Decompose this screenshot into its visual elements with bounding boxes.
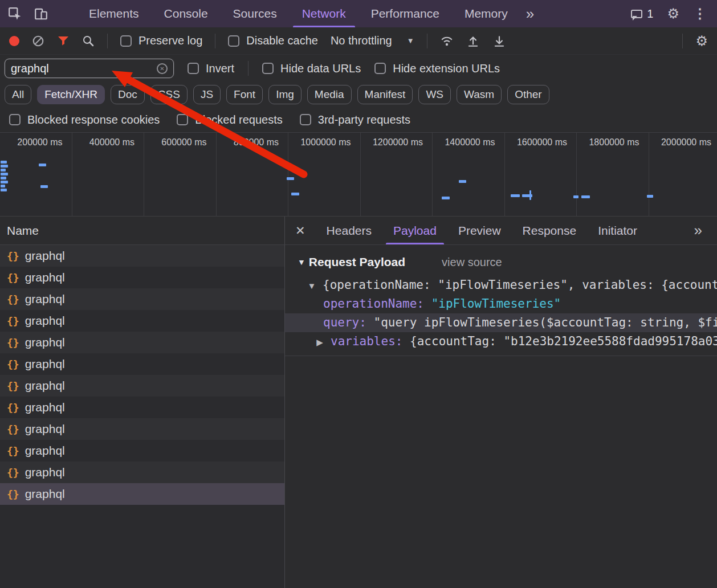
timeline-tick: 800000 ms	[217, 133, 289, 216]
filter-toggle-checkbox[interactable]: Blocked requests	[177, 113, 282, 126]
request-payload-section-header[interactable]: ▼ Request Payload view source	[285, 252, 717, 272]
chip-label: Media	[315, 88, 344, 100]
filter-toggle-checkbox[interactable]: 3rd-party requests	[300, 113, 410, 126]
details-tab[interactable]: Preview	[447, 217, 512, 244]
payload-row-operation-name[interactable]: operationName: "ipFlowTimeseries"	[285, 295, 717, 313]
request-type-chip[interactable]: Other	[507, 85, 549, 104]
request-row[interactable]: {} graphql	[0, 267, 284, 288]
request-row[interactable]: {} graphql	[0, 375, 284, 397]
import-har-button[interactable]	[466, 34, 480, 48]
timeline-tick-label: 800000 ms	[234, 137, 279, 147]
devtools-window: Elements Console Sources Network Perform…	[0, 0, 717, 588]
request-type-chip[interactable]: CSS	[150, 85, 188, 104]
request-row[interactable]: {} graphql	[0, 310, 284, 332]
request-type-chip[interactable]: Wasm	[457, 85, 502, 104]
payload-root-row[interactable]: ▼{operationName: "ipFlowTimeseries", var…	[285, 276, 717, 295]
details-tab[interactable]: Response	[512, 217, 588, 244]
json-braces-icon: {}	[7, 337, 19, 349]
tabbar-left-icons	[0, 0, 56, 27]
request-type-chip[interactable]: Manifest	[357, 85, 413, 104]
request-type-chip[interactable]: All	[5, 85, 31, 104]
inspect-element-icon[interactable]	[8, 7, 22, 21]
request-row[interactable]: {} graphql	[0, 440, 284, 462]
kebab-menu-icon[interactable]: ⋮	[693, 7, 707, 21]
details-tab[interactable]: Headers	[316, 217, 382, 244]
payload-row-query[interactable]: query: "query ipFlowTimeseries($accountT…	[285, 313, 717, 332]
request-row[interactable]: {} graphql	[0, 483, 284, 505]
waterfall-overview[interactable]: 200000 ms 400000 ms 600000 ms 800000 ms …	[0, 132, 717, 217]
record-network-log-button[interactable]	[9, 36, 19, 46]
request-row[interactable]: {} graphql	[0, 245, 284, 267]
name-column-header[interactable]: Name	[0, 217, 284, 245]
details-panel: ✕ Headers Payload Preview Response Initi…	[285, 217, 717, 588]
checkbox-box	[188, 63, 199, 74]
request-type-chip[interactable]: Font	[226, 85, 263, 104]
filter-input-wrap: ✕	[5, 59, 174, 78]
request-name: graphql	[25, 466, 65, 479]
filter-toggle-checkbox[interactable]: Blocked response cookies	[9, 113, 160, 126]
more-details-tabs-icon[interactable]: »	[679, 217, 717, 244]
clear-filter-icon[interactable]: ✕	[157, 63, 168, 74]
network-settings-gear-icon[interactable]: ⚙	[695, 34, 708, 48]
close-details-button[interactable]: ✕	[285, 217, 316, 244]
request-type-chip[interactable]: Img	[268, 85, 302, 104]
timeline-tick: 1400000 ms	[433, 133, 505, 216]
disable-cache-checkbox[interactable]: Disable cache	[228, 34, 318, 47]
hide-data-urls-checkbox[interactable]: Hide data URLs	[262, 62, 361, 75]
divider	[682, 34, 683, 48]
view-source-link[interactable]: view source	[442, 256, 502, 269]
request-row[interactable]: {} graphql	[0, 353, 284, 375]
filter-icon[interactable]	[57, 35, 70, 47]
hide-extension-urls-label: Hide extension URLs	[393, 62, 500, 75]
details-tab-label: Payload	[393, 224, 437, 238]
request-type-chip[interactable]: WS	[418, 85, 451, 104]
export-har-button[interactable]	[492, 34, 506, 48]
request-name: graphql	[25, 249, 65, 263]
timeline-tick: 1600000 ms	[505, 133, 577, 216]
main-tab[interactable]: Memory	[452, 0, 520, 27]
payload-row-variables[interactable]: ▶variables: {accountTag: "b12e3b2192ee55…	[285, 332, 717, 351]
request-row[interactable]: {} graphql	[0, 288, 284, 310]
throttling-select[interactable]: No throttling ▼	[331, 34, 414, 47]
main-tab[interactable]: Sources	[221, 0, 290, 27]
request-type-chip[interactable]: JS	[193, 85, 221, 104]
divider	[248, 61, 248, 76]
request-list: {} graphql {} graphql {} graphql {} grap…	[0, 245, 284, 588]
request-type-chip[interactable]: Doc	[111, 85, 145, 104]
timeline-tick: 2000000 ms	[649, 133, 717, 216]
request-type-chip[interactable]: Fetch/XHR	[37, 85, 105, 104]
console-messages-indicator[interactable]: 1	[631, 7, 653, 21]
more-main-tabs-icon[interactable]: »	[520, 0, 540, 27]
json-braces-icon: {}	[7, 467, 19, 479]
search-icon[interactable]	[82, 35, 95, 47]
request-row[interactable]: {} graphql	[0, 397, 284, 418]
request-name: graphql	[25, 401, 65, 414]
disable-cache-label: Disable cache	[246, 34, 318, 47]
settings-gear-icon[interactable]: ⚙	[667, 7, 679, 21]
invert-checkbox[interactable]: Invert	[188, 62, 234, 75]
network-conditions-icon[interactable]	[440, 34, 454, 48]
details-tab[interactable]: Payload	[382, 217, 447, 244]
timeline-tick-label: 1000000 ms	[300, 137, 351, 147]
details-tab[interactable]: Initiator	[587, 217, 648, 244]
device-toolbar-icon[interactable]	[34, 7, 48, 21]
disclosure-open-icon[interactable]: ▼	[305, 276, 318, 295]
checkbox-box	[300, 114, 311, 125]
hide-extension-urls-checkbox[interactable]: Hide extension URLs	[374, 62, 500, 75]
filter-input[interactable]	[11, 62, 157, 75]
request-type-chip[interactable]: Media	[307, 85, 352, 104]
main-tab[interactable]: Network	[290, 0, 358, 27]
main-tab[interactable]: Elements	[76, 0, 152, 27]
request-row[interactable]: {} graphql	[0, 332, 284, 353]
main-tab[interactable]: Performance	[358, 0, 452, 27]
divider	[215, 34, 215, 48]
clear-network-log-button[interactable]	[32, 35, 44, 47]
main-tab-label: Memory	[465, 7, 508, 21]
preserve-log-checkbox[interactable]: Preserve log	[120, 34, 202, 47]
request-row[interactable]: {} graphql	[0, 462, 284, 483]
disclosure-closed-icon[interactable]: ▶	[313, 333, 326, 351]
request-row[interactable]: {} graphql	[0, 418, 284, 440]
request-name: graphql	[25, 444, 65, 458]
main-tab[interactable]: Console	[152, 0, 221, 27]
messages-count: 1	[647, 7, 653, 21]
